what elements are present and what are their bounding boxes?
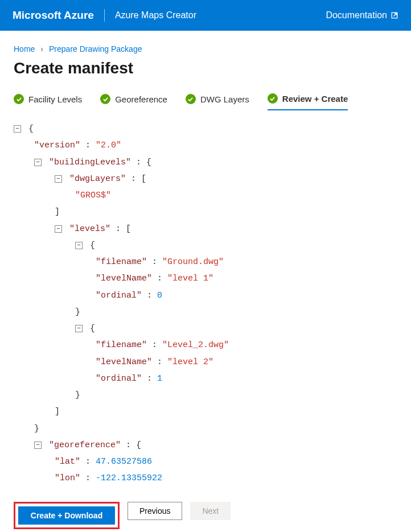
brand-label: Microsoft Azure: [13, 9, 94, 22]
check-circle-icon: [186, 94, 196, 104]
collapse-toggle-icon[interactable]: −: [14, 125, 21, 133]
json-colon: :: [142, 291, 157, 300]
topbar: Microsoft Azure Azure Maps Creator Docum…: [0, 0, 411, 31]
json-line: − {: [14, 320, 397, 337]
previous-button[interactable]: Previous: [128, 502, 182, 520]
check-circle-icon: [268, 93, 278, 104]
json-line: − {: [14, 237, 397, 254]
json-key: "georeference": [49, 440, 121, 450]
json-key: "buildingLevels": [49, 158, 131, 167]
json-punc: {: [28, 124, 34, 134]
json-key: "lon": [55, 473, 80, 483]
json-line: "GROS$": [14, 187, 397, 204]
json-str: "level 2": [167, 357, 213, 367]
json-line: "lat" : 47.63527586: [14, 453, 397, 470]
collapse-toggle-icon[interactable]: −: [34, 159, 42, 166]
json-punc: ]: [55, 407, 60, 416]
json-colon: :: [142, 374, 157, 383]
wizard-steps: Facility LevelsGeoreferenceDWG LayersRev…: [14, 93, 397, 110]
json-num: -122.13355922: [96, 473, 162, 483]
footer-buttons: Create + Download Previous Next: [0, 493, 411, 533]
json-colon: :: [80, 457, 96, 467]
wizard-step-label: DWG Layers: [200, 94, 249, 104]
json-punc: {: [90, 241, 95, 250]
create-download-button[interactable]: Create + Download: [18, 506, 115, 525]
json-punc: }: [75, 390, 80, 400]
collapse-toggle-icon[interactable]: −: [55, 225, 62, 233]
json-colon: :: [121, 440, 136, 450]
json-colon: :: [80, 141, 96, 150]
breadcrumb-separator: ›: [40, 44, 43, 53]
json-line: "levelName" : "level 2": [14, 354, 397, 370]
json-line: }: [14, 420, 397, 437]
json-colon: :: [152, 357, 167, 367]
collapse-toggle-icon[interactable]: −: [75, 325, 83, 332]
json-punc: {: [146, 158, 151, 167]
json-punc: }: [34, 424, 39, 434]
next-button: Next: [190, 502, 231, 520]
wizard-step-3[interactable]: Review + Create: [268, 93, 348, 110]
json-line: − "dwgLayers" : [: [14, 171, 397, 187]
json-colon: :: [80, 473, 96, 483]
json-key: "levelName": [96, 274, 152, 283]
json-colon: :: [131, 158, 146, 167]
highlight-annotation: Create + Download: [14, 502, 120, 529]
wizard-step-2[interactable]: DWG Layers: [186, 94, 249, 110]
json-line: "filename" : "Level_2.dwg": [14, 337, 397, 353]
json-line: "levelName" : "level 1": [14, 270, 397, 287]
json-num: 47.63527586: [96, 457, 152, 467]
json-line: "ordinal" : 1: [14, 370, 397, 387]
json-line: − {: [14, 121, 397, 137]
product-label: Azure Maps Creator: [115, 10, 196, 20]
wizard-step-label: Georeference: [115, 94, 167, 104]
json-key: "lat": [55, 457, 80, 467]
check-circle-icon: [14, 94, 24, 104]
breadcrumb-home[interactable]: Home: [14, 44, 35, 53]
documentation-link[interactable]: Documentation: [326, 10, 398, 20]
check-circle-icon: [100, 94, 110, 104]
json-line: "version" : "2.0": [14, 137, 397, 154]
documentation-label: Documentation: [326, 10, 387, 20]
breadcrumb: Home › Prepare Drawing Package: [14, 44, 397, 53]
wizard-step-label: Review + Create: [282, 94, 348, 104]
collapse-toggle-icon[interactable]: −: [34, 442, 42, 449]
json-colon: :: [152, 274, 167, 283]
json-key: "levelName": [96, 357, 152, 367]
json-line: }: [14, 304, 397, 320]
json-key: "filename": [96, 257, 147, 267]
json-line: "filename" : "Ground.dwg": [14, 254, 397, 270]
json-line: − "georeference" : {: [14, 437, 397, 453]
vertical-divider: [104, 9, 105, 22]
json-punc: {: [136, 440, 141, 450]
json-punc: [: [126, 224, 131, 234]
json-key: "dwgLayers": [69, 174, 126, 184]
collapse-toggle-icon[interactable]: −: [75, 242, 83, 249]
json-str: "level 1": [167, 274, 213, 283]
wizard-step-0[interactable]: Facility Levels: [14, 94, 82, 110]
json-punc: {: [90, 324, 95, 333]
json-str: "Level_2.dwg": [162, 340, 229, 350]
json-key: "version": [34, 141, 80, 150]
collapse-toggle-icon[interactable]: −: [55, 175, 62, 183]
json-colon: :: [126, 174, 141, 184]
json-line: − "levels" : [: [14, 221, 397, 237]
json-line: "lon" : -122.13355922: [14, 470, 397, 486]
json-str: "Ground.dwg": [162, 257, 224, 267]
json-key: "ordinal": [96, 374, 142, 383]
wizard-step-1[interactable]: Georeference: [100, 94, 167, 110]
page-content: Home › Prepare Drawing Package Create ma…: [0, 31, 411, 487]
json-key: "filename": [96, 340, 147, 350]
json-str: "2.0": [96, 141, 121, 150]
json-key: "levels": [69, 224, 110, 234]
json-num: 0: [157, 291, 162, 300]
page-title: Create manifest: [14, 59, 397, 77]
json-punc: [: [141, 174, 146, 184]
breadcrumb-current[interactable]: Prepare Drawing Package: [49, 44, 142, 53]
json-punc: ]: [55, 207, 60, 217]
json-line: − "buildingLevels" : {: [14, 154, 397, 171]
json-colon: :: [147, 340, 162, 350]
json-colon: :: [110, 224, 126, 234]
json-line: "ordinal" : 0: [14, 287, 397, 304]
json-manifest-view: − { "version" : "2.0" − "buildingLevels"…: [14, 121, 397, 487]
json-line: }: [14, 387, 397, 403]
